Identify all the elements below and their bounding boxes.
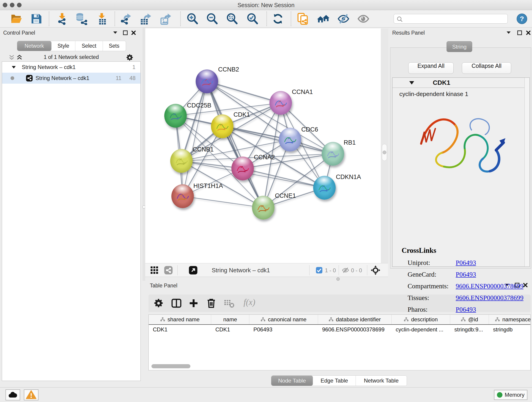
network-row-selected[interactable]: String Network – cdk1 11 48	[2, 73, 140, 84]
add-column-icon[interactable]	[188, 298, 199, 309]
table-cell[interactable]: stringdb	[489, 326, 531, 333]
show-columns-icon[interactable]	[171, 298, 182, 309]
network-node-CDKN1A[interactable]	[313, 176, 336, 200]
tab-edge-table[interactable]: Edge Table	[313, 376, 356, 386]
zoom-out-icon[interactable]	[206, 13, 218, 25]
table-row[interactable]: CDK1CDK1P064939606.ENSP00000378699cyclin…	[149, 325, 530, 334]
network-overview-eye-icon[interactable]	[357, 13, 370, 25]
float-panel-icon[interactable]	[112, 30, 118, 36]
crosslink-link[interactable]: 9606.ENSP00000378699	[456, 282, 524, 290]
refresh-layout-icon[interactable]	[272, 13, 284, 25]
tab-network-table[interactable]: Network Table	[356, 376, 407, 386]
tab-style[interactable]: Style	[51, 41, 75, 51]
network-node-CCNB1[interactable]	[170, 149, 193, 173]
cloud-status-button[interactable]	[6, 389, 20, 400]
network-node-CDK1[interactable]	[211, 114, 234, 138]
edge-CCNA2-CDKN1A[interactable]	[243, 168, 324, 188]
crosslink-row: Compartments:9606.ENSP00000378699	[408, 280, 524, 292]
network-options-gear-icon[interactable]	[126, 53, 134, 62]
first-neighbors-icon[interactable]	[317, 13, 329, 25]
clone-network-icon[interactable]	[297, 13, 309, 25]
zoom-in-icon[interactable]	[186, 13, 199, 25]
network-node-CCNA1[interactable]	[269, 91, 292, 115]
network-node-CDC25B[interactable]	[164, 104, 187, 128]
maximize-panel-icon[interactable]	[122, 30, 128, 36]
network-node-RB1[interactable]	[322, 142, 344, 166]
help-button[interactable]: ?	[517, 13, 527, 24]
delete-column-icon[interactable]	[206, 298, 217, 309]
tab-sets[interactable]: Sets	[103, 41, 125, 51]
import-table-file-icon[interactable]	[95, 13, 108, 25]
close-panel-icon[interactable]	[525, 30, 531, 36]
column-header-name[interactable]: name	[211, 315, 249, 324]
network-collection-row[interactable]: String Network – cdk1 1	[2, 62, 140, 73]
zoom-selected-icon[interactable]	[246, 13, 259, 25]
edge-HIST1H1A-CCNE1[interactable]	[183, 196, 263, 208]
table-cell[interactable]: P06493	[249, 326, 318, 333]
detach-view-icon[interactable]	[188, 265, 198, 275]
splitter-handle[interactable]	[336, 277, 340, 281]
export-network-icon[interactable]	[120, 13, 132, 25]
delete-table-icon[interactable]	[224, 298, 234, 309]
search-input[interactable]	[405, 15, 506, 23]
column-header-canonical-name[interactable]: canonical name	[249, 315, 318, 324]
column-header--id[interactable]: @id	[450, 315, 489, 324]
open-session-icon[interactable]	[10, 13, 22, 25]
splitter-handle[interactable]	[383, 151, 386, 154]
tree-expand-icon[interactable]	[11, 65, 16, 70]
close-panel-icon[interactable]	[131, 30, 137, 36]
protein-card-header: CDK1	[393, 78, 530, 88]
table-cell[interactable]: 9606.ENSP00000378699	[318, 326, 392, 333]
warning-status-button[interactable]	[24, 389, 38, 400]
column-header-database-identifier[interactable]: database identifier	[318, 315, 392, 324]
crosslink-link[interactable]: 9606.ENSP00000378699	[456, 294, 524, 302]
tab-node-table[interactable]: Node Table	[271, 376, 313, 386]
selected-counts: 1 - 0	[325, 267, 336, 274]
crosslink-link[interactable]: P06493	[456, 271, 476, 278]
grid-view-icon[interactable]	[150, 266, 158, 274]
vertical-scrollbar-track[interactable]	[525, 78, 530, 267]
zoom-fit-icon[interactable]	[226, 13, 238, 25]
network-node-CCNA2[interactable]	[231, 157, 254, 180]
collapse-section-icon[interactable]	[409, 80, 414, 85]
crosslink-label: Tissues:	[408, 294, 456, 302]
splitter-handle[interactable]	[142, 205, 146, 209]
right-splitter[interactable]	[381, 28, 388, 263]
tab-select[interactable]: Select	[75, 41, 103, 51]
import-network-file-icon[interactable]	[56, 13, 68, 25]
crosslink-link[interactable]: P06493	[456, 306, 476, 313]
table-cell[interactable]: cyclin-dependent ...	[392, 326, 450, 333]
network-icon-gray[interactable]	[164, 266, 173, 274]
horizontal-scrollbar-thumb[interactable]	[152, 364, 190, 368]
function-builder-icon[interactable]: f(x)	[244, 297, 255, 307]
network-node-CDC6[interactable]	[279, 128, 301, 152]
birds-eye-target-icon[interactable]	[370, 265, 381, 275]
table-options-gear-icon[interactable]	[153, 298, 164, 309]
expand-all-button[interactable]: Expand All	[408, 62, 454, 74]
tab-string[interactable]: String	[447, 41, 472, 52]
export-table-icon[interactable]	[140, 13, 152, 25]
show-hide-details-icon[interactable]	[337, 13, 350, 25]
table-cell[interactable]: CDK1	[149, 326, 211, 333]
table-cell[interactable]: stringdb:9...	[450, 326, 489, 333]
hidden-counts: 0 - 0	[351, 267, 362, 274]
float-panel-icon[interactable]	[506, 30, 512, 36]
collapse-all-button[interactable]: Collapse All	[462, 62, 511, 74]
tab-network[interactable]: Network	[17, 41, 51, 51]
column-header-description[interactable]: description	[392, 315, 450, 324]
maximize-panel-icon[interactable]	[517, 30, 523, 36]
export-image-icon[interactable]	[160, 13, 172, 25]
network-node-CCNE1[interactable]	[252, 196, 274, 220]
column-header-namespace[interactable]: namespace	[489, 315, 531, 324]
network-view-canvas[interactable]: CCNB2 CCNA1 CDC25B CDK1 CDC6 RB1 CCNB1 C…	[145, 28, 381, 263]
network-node-CCNB2[interactable]	[196, 70, 218, 93]
save-session-icon[interactable]	[30, 13, 42, 25]
crosslink-link[interactable]: P06493	[456, 259, 476, 267]
memory-status-button[interactable]: Memory	[494, 390, 527, 400]
import-network-database-icon[interactable]	[75, 13, 88, 25]
column-header-shared-name[interactable]: shared name	[149, 315, 211, 324]
edge-CCNB2-HIST1H1A[interactable]	[183, 81, 207, 196]
table-cell[interactable]: CDK1	[211, 326, 249, 333]
network-node-HIST1H1A[interactable]	[171, 184, 194, 208]
selected-nodes-checkbox[interactable]	[316, 267, 322, 274]
